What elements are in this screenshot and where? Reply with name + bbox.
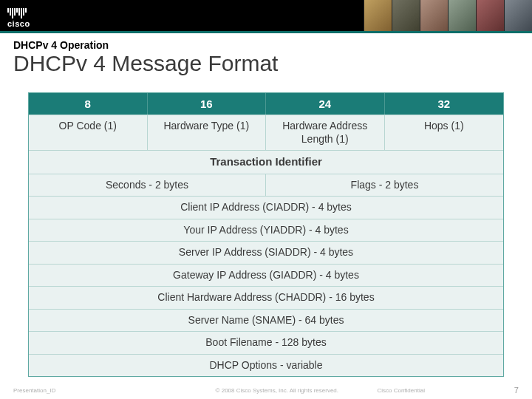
cell-transaction-id: Transaction Identifier xyxy=(29,150,503,174)
table-row: OP Code (1) Hardware Type (1) Hardware A… xyxy=(29,115,503,150)
cell-sname: Server Name (SNAME) - 64 bytes xyxy=(29,309,503,332)
cell-hwtype: Hardware Type (1) xyxy=(148,115,267,150)
header-photo xyxy=(364,0,392,31)
cell-hops: Hops (1) xyxy=(385,115,504,150)
table-row: Server IP Address (SIADDR) - 4 bytes xyxy=(29,241,503,264)
table-row: DHCP Options - variable xyxy=(29,354,503,377)
table-row: Client Hardware Address (CHADDR) - 16 by… xyxy=(29,286,503,309)
header-photo xyxy=(448,0,476,31)
slide-content: DHCPv 4 Operation DHCPv 4 Message Format… xyxy=(0,33,532,377)
table-row: Server Name (SNAME) - 64 bytes xyxy=(29,309,503,332)
cell-chaddr: Client Hardware Address (CHADDR) - 16 by… xyxy=(29,286,503,309)
footer-confidential: Cisco Confidential xyxy=(377,387,488,394)
header-photo-strip xyxy=(364,0,532,31)
header-cell: 32 xyxy=(385,93,504,115)
slide-title: DHCPv 4 Message Format xyxy=(13,51,519,76)
header-photo xyxy=(392,0,420,31)
table-row: Your IP Address (YIADDR) - 4 bytes xyxy=(29,219,503,242)
table-row: Client IP Address (CIADDR) - 4 bytes xyxy=(29,196,503,219)
footer-copyright: © 2008 Cisco Systems, Inc. All rights re… xyxy=(216,387,378,394)
top-bar: cisco xyxy=(0,0,532,31)
table-row: Seconds - 2 bytes Flags - 2 bytes xyxy=(29,174,503,197)
cell-siaddr: Server IP Address (SIADDR) - 4 bytes xyxy=(29,241,503,264)
cisco-logo-text: cisco xyxy=(7,20,30,28)
table-row: Transaction Identifier xyxy=(29,150,503,174)
slide-eyebrow: DHCPv 4 Operation xyxy=(13,39,519,51)
cell-flags: Flags - 2 bytes xyxy=(266,174,503,197)
cell-ciaddr: Client IP Address (CIADDR) - 4 bytes xyxy=(29,196,503,219)
cell-bootfile: Boot Filename - 128 bytes xyxy=(29,331,503,354)
cell-hwaddrlen: Hardware Address Length (1) xyxy=(266,115,385,150)
footer-presentation-id: Presentation_ID xyxy=(13,387,216,394)
cisco-logo-icon xyxy=(7,8,30,18)
table-row: Boot Filename - 128 bytes xyxy=(29,331,503,354)
cell-yiaddr: Your IP Address (YIADDR) - 4 bytes xyxy=(29,219,503,242)
header-cell: 16 xyxy=(148,93,267,115)
header-cell: 8 xyxy=(29,93,148,115)
footer-page-number: 7 xyxy=(488,386,519,395)
cell-options: DHCP Options - variable xyxy=(29,354,503,377)
table-row: Gateway IP Address (GIADDR) - 4 bytes xyxy=(29,264,503,287)
table-header-row: 8 16 24 32 xyxy=(29,93,503,115)
header-photo xyxy=(476,0,504,31)
cell-giaddr: Gateway IP Address (GIADDR) - 4 bytes xyxy=(29,264,503,287)
slide-footer: Presentation_ID © 2008 Cisco Systems, In… xyxy=(0,386,532,395)
header-photo xyxy=(504,0,532,31)
dhcp-table: 8 16 24 32 OP Code (1) Hardware Type (1)… xyxy=(28,92,504,377)
cell-opcode: OP Code (1) xyxy=(29,115,148,150)
header-cell: 24 xyxy=(266,93,385,115)
header-photo xyxy=(420,0,448,31)
cell-seconds: Seconds - 2 bytes xyxy=(29,174,266,197)
cisco-logo: cisco xyxy=(0,5,38,31)
